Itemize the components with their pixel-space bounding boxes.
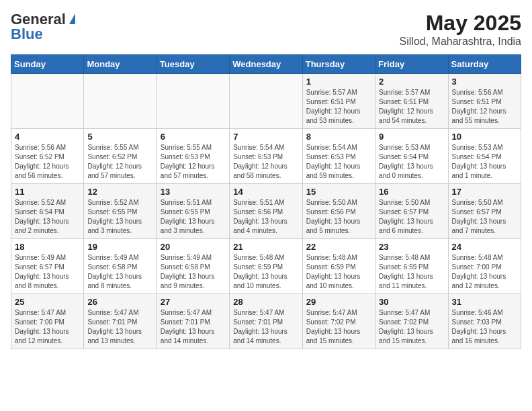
day-info: Sunrise: 5:54 AM Sunset: 6:53 PM Dayligh… xyxy=(306,143,371,181)
calendar-cell: 5Sunrise: 5:55 AM Sunset: 6:52 PM Daylig… xyxy=(84,129,157,184)
calendar-cell: 22Sunrise: 5:48 AM Sunset: 6:59 PM Dayli… xyxy=(302,239,375,294)
day-number: 20 xyxy=(161,242,226,252)
day-info: Sunrise: 5:48 AM Sunset: 6:59 PM Dayligh… xyxy=(379,253,444,291)
week-row-5: 25Sunrise: 5:47 AM Sunset: 7:00 PM Dayli… xyxy=(11,294,521,349)
calendar-cell: 15Sunrise: 5:50 AM Sunset: 6:56 PM Dayli… xyxy=(302,184,375,239)
day-info: Sunrise: 5:52 AM Sunset: 6:54 PM Dayligh… xyxy=(15,198,80,236)
calendar-cell: 24Sunrise: 5:48 AM Sunset: 7:00 PM Dayli… xyxy=(448,239,521,294)
calendar-cell: 9Sunrise: 5:53 AM Sunset: 6:54 PM Daylig… xyxy=(375,129,448,184)
day-number: 24 xyxy=(452,242,517,252)
calendar-title: May 2025 xyxy=(400,11,521,36)
day-number: 10 xyxy=(452,132,517,142)
day-info: Sunrise: 5:48 AM Sunset: 6:59 PM Dayligh… xyxy=(233,253,298,291)
day-info: Sunrise: 5:55 AM Sunset: 6:53 PM Dayligh… xyxy=(161,143,226,181)
page-header: General Blue May 2025 Sillod, Maharashtr… xyxy=(11,11,521,48)
calendar-cell: 13Sunrise: 5:51 AM Sunset: 6:55 PM Dayli… xyxy=(157,184,229,239)
weekday-header-tuesday: Tuesday xyxy=(157,55,229,74)
calendar-cell: 18Sunrise: 5:49 AM Sunset: 6:57 PM Dayli… xyxy=(11,239,84,294)
calendar-cell: 12Sunrise: 5:52 AM Sunset: 6:55 PM Dayli… xyxy=(84,184,157,239)
calendar-cell: 16Sunrise: 5:50 AM Sunset: 6:57 PM Dayli… xyxy=(375,184,448,239)
calendar-subtitle: Sillod, Maharashtra, India xyxy=(400,36,521,48)
day-info: Sunrise: 5:46 AM Sunset: 7:03 PM Dayligh… xyxy=(452,308,517,346)
day-info: Sunrise: 5:57 AM Sunset: 6:51 PM Dayligh… xyxy=(379,88,444,126)
day-info: Sunrise: 5:53 AM Sunset: 6:54 PM Dayligh… xyxy=(452,143,517,181)
calendar-cell: 8Sunrise: 5:54 AM Sunset: 6:53 PM Daylig… xyxy=(302,129,375,184)
day-info: Sunrise: 5:48 AM Sunset: 7:00 PM Dayligh… xyxy=(452,253,517,291)
calendar-cell: 4Sunrise: 5:56 AM Sunset: 6:52 PM Daylig… xyxy=(11,129,84,184)
day-number: 6 xyxy=(161,132,226,142)
weekday-header-wednesday: Wednesday xyxy=(230,55,302,74)
day-number: 17 xyxy=(452,187,517,197)
day-info: Sunrise: 5:47 AM Sunset: 7:01 PM Dayligh… xyxy=(233,308,298,346)
day-info: Sunrise: 5:47 AM Sunset: 7:00 PM Dayligh… xyxy=(15,308,80,346)
day-number: 7 xyxy=(233,132,298,142)
calendar-cell: 1Sunrise: 5:57 AM Sunset: 6:51 PM Daylig… xyxy=(302,74,375,129)
day-number: 25 xyxy=(15,297,80,307)
weekday-header-thursday: Thursday xyxy=(302,55,375,74)
day-info: Sunrise: 5:47 AM Sunset: 7:01 PM Dayligh… xyxy=(161,308,226,346)
calendar-cell: 6Sunrise: 5:55 AM Sunset: 6:53 PM Daylig… xyxy=(157,129,229,184)
calendar-cell: 19Sunrise: 5:49 AM Sunset: 6:58 PM Dayli… xyxy=(84,239,157,294)
day-number: 16 xyxy=(379,187,444,197)
day-info: Sunrise: 5:57 AM Sunset: 6:51 PM Dayligh… xyxy=(306,88,371,126)
calendar-cell: 30Sunrise: 5:47 AM Sunset: 7:02 PM Dayli… xyxy=(375,294,448,349)
day-info: Sunrise: 5:50 AM Sunset: 6:56 PM Dayligh… xyxy=(306,198,371,236)
day-info: Sunrise: 5:53 AM Sunset: 6:54 PM Dayligh… xyxy=(379,143,444,181)
day-number: 9 xyxy=(379,132,444,142)
day-number: 1 xyxy=(306,77,371,87)
calendar-cell: 14Sunrise: 5:51 AM Sunset: 6:56 PM Dayli… xyxy=(230,184,302,239)
day-info: Sunrise: 5:55 AM Sunset: 6:52 PM Dayligh… xyxy=(87,143,152,181)
day-info: Sunrise: 5:49 AM Sunset: 6:57 PM Dayligh… xyxy=(15,253,80,291)
day-info: Sunrise: 5:51 AM Sunset: 6:56 PM Dayligh… xyxy=(233,198,298,236)
day-number: 5 xyxy=(87,132,152,142)
day-info: Sunrise: 5:49 AM Sunset: 6:58 PM Dayligh… xyxy=(161,253,226,291)
day-number: 31 xyxy=(452,297,517,307)
calendar-table: SundayMondayTuesdayWednesdayThursdayFrid… xyxy=(11,54,521,349)
day-info: Sunrise: 5:47 AM Sunset: 7:02 PM Dayligh… xyxy=(379,308,444,346)
calendar-cell: 2Sunrise: 5:57 AM Sunset: 6:51 PM Daylig… xyxy=(375,74,448,129)
calendar-cell: 27Sunrise: 5:47 AM Sunset: 7:01 PM Dayli… xyxy=(157,294,229,349)
day-number: 26 xyxy=(87,297,152,307)
day-number: 18 xyxy=(15,242,80,252)
day-info: Sunrise: 5:47 AM Sunset: 7:02 PM Dayligh… xyxy=(306,308,371,346)
day-number: 3 xyxy=(452,77,517,87)
calendar-cell xyxy=(84,74,157,129)
calendar-cell: 23Sunrise: 5:48 AM Sunset: 6:59 PM Dayli… xyxy=(375,239,448,294)
weekday-header-saturday: Saturday xyxy=(448,55,521,74)
calendar-cell: 28Sunrise: 5:47 AM Sunset: 7:01 PM Dayli… xyxy=(230,294,302,349)
calendar-cell: 29Sunrise: 5:47 AM Sunset: 7:02 PM Dayli… xyxy=(302,294,375,349)
calendar-cell: 26Sunrise: 5:47 AM Sunset: 7:01 PM Dayli… xyxy=(84,294,157,349)
week-row-2: 4Sunrise: 5:56 AM Sunset: 6:52 PM Daylig… xyxy=(11,129,521,184)
weekday-header-friday: Friday xyxy=(375,55,448,74)
calendar-cell: 31Sunrise: 5:46 AM Sunset: 7:03 PM Dayli… xyxy=(448,294,521,349)
week-row-3: 11Sunrise: 5:52 AM Sunset: 6:54 PM Dayli… xyxy=(11,184,521,239)
day-number: 22 xyxy=(306,242,371,252)
calendar-cell xyxy=(230,74,302,129)
calendar-cell: 7Sunrise: 5:54 AM Sunset: 6:53 PM Daylig… xyxy=(230,129,302,184)
day-info: Sunrise: 5:50 AM Sunset: 6:57 PM Dayligh… xyxy=(452,198,517,236)
calendar-cell: 25Sunrise: 5:47 AM Sunset: 7:00 PM Dayli… xyxy=(11,294,84,349)
day-info: Sunrise: 5:52 AM Sunset: 6:55 PM Dayligh… xyxy=(87,198,152,236)
day-info: Sunrise: 5:48 AM Sunset: 6:59 PM Dayligh… xyxy=(306,253,371,291)
title-block: May 2025 Sillod, Maharashtra, India xyxy=(400,11,521,48)
calendar-cell: 10Sunrise: 5:53 AM Sunset: 6:54 PM Dayli… xyxy=(448,129,521,184)
week-row-1: 1Sunrise: 5:57 AM Sunset: 6:51 PM Daylig… xyxy=(11,74,521,129)
logo: General Blue xyxy=(11,11,75,43)
day-info: Sunrise: 5:51 AM Sunset: 6:55 PM Dayligh… xyxy=(161,198,226,236)
day-number: 14 xyxy=(233,187,298,197)
calendar-cell: 17Sunrise: 5:50 AM Sunset: 6:57 PM Dayli… xyxy=(448,184,521,239)
day-info: Sunrise: 5:56 AM Sunset: 6:51 PM Dayligh… xyxy=(452,88,517,126)
week-row-4: 18Sunrise: 5:49 AM Sunset: 6:57 PM Dayli… xyxy=(11,239,521,294)
day-number: 23 xyxy=(379,242,444,252)
day-info: Sunrise: 5:49 AM Sunset: 6:58 PM Dayligh… xyxy=(87,253,152,291)
calendar-cell: 21Sunrise: 5:48 AM Sunset: 6:59 PM Dayli… xyxy=(230,239,302,294)
weekday-header-row: SundayMondayTuesdayWednesdayThursdayFrid… xyxy=(11,55,521,74)
day-number: 21 xyxy=(233,242,298,252)
day-number: 19 xyxy=(87,242,152,252)
day-info: Sunrise: 5:50 AM Sunset: 6:57 PM Dayligh… xyxy=(379,198,444,236)
day-number: 12 xyxy=(87,187,152,197)
day-number: 11 xyxy=(15,187,80,197)
day-info: Sunrise: 5:47 AM Sunset: 7:01 PM Dayligh… xyxy=(87,308,152,346)
day-number: 15 xyxy=(306,187,371,197)
day-info: Sunrise: 5:54 AM Sunset: 6:53 PM Dayligh… xyxy=(233,143,298,181)
